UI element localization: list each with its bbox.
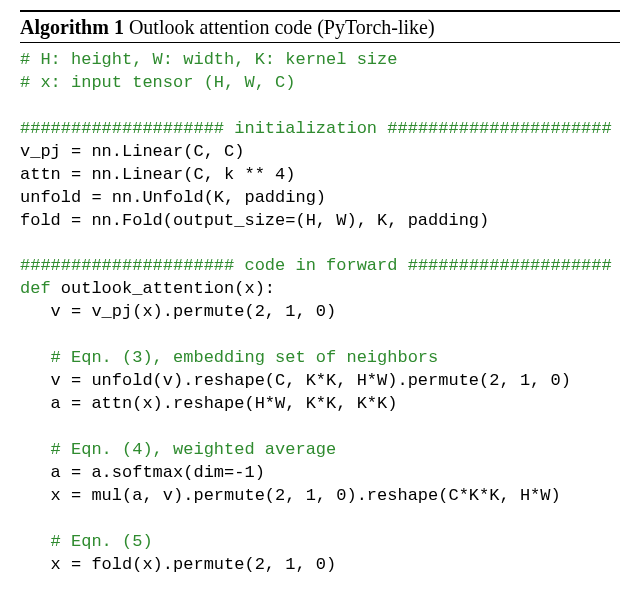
line-fold: fold = nn.Fold(output_size=(H, W), K, pa… <box>20 211 489 230</box>
comment-fwd-hashes-left: ##################### <box>20 256 234 275</box>
comment-fwd-label: code in forward <box>234 256 407 275</box>
comment-init-label: initialization <box>224 119 387 138</box>
line-a1: a = attn(x).reshape(H*W, K*K, K*K) <box>20 394 397 413</box>
comment-eqn5: # Eqn. (5) <box>20 532 153 551</box>
comment-input: # x: input tensor (H, W, C) <box>20 73 295 92</box>
keyword-def: def <box>20 279 51 298</box>
algorithm-title-line: Algorithm 1 Outlook attention code (PyTo… <box>20 12 620 42</box>
comment-init-hashes-right: ###################### <box>387 119 611 138</box>
line-v1: v = v_pj(x).permute(2, 1, 0) <box>20 302 336 321</box>
algorithm-caption: Outlook attention code (PyTorch-like) <box>129 16 435 38</box>
line-x2: x = fold(x).permute(2, 1, 0) <box>20 555 336 574</box>
line-a2: a = a.softmax(dim=-1) <box>20 463 265 482</box>
comment-eqn3: # Eqn. (3), embedding set of neighbors <box>20 348 438 367</box>
line-unfold: unfold = nn.Unfold(K, padding) <box>20 188 326 207</box>
comment-dims: # H: height, W: width, K: kernel size <box>20 50 397 69</box>
line-v2: v = unfold(v).reshape(C, K*K, H*W).permu… <box>20 371 571 390</box>
comment-init-hashes-left: #################### <box>20 119 224 138</box>
line-defname: outlook_attention(x): <box>51 279 275 298</box>
algorithm-code: # H: height, W: width, K: kernel size # … <box>20 49 620 593</box>
line-attn: attn = nn.Linear(C, k ** 4) <box>20 165 295 184</box>
comment-fwd-hashes-right: #################### <box>408 256 612 275</box>
line-x1: x = mul(a, v).permute(2, 1, 0).reshape(C… <box>20 486 561 505</box>
comment-eqn4: # Eqn. (4), weighted average <box>20 440 336 459</box>
algorithm-block: Algorithm 1 Outlook attention code (PyTo… <box>20 10 620 593</box>
mid-rule <box>20 42 620 43</box>
line-vpj: v_pj = nn.Linear(C, C) <box>20 142 244 161</box>
algorithm-number: Algorithm 1 <box>20 16 124 38</box>
